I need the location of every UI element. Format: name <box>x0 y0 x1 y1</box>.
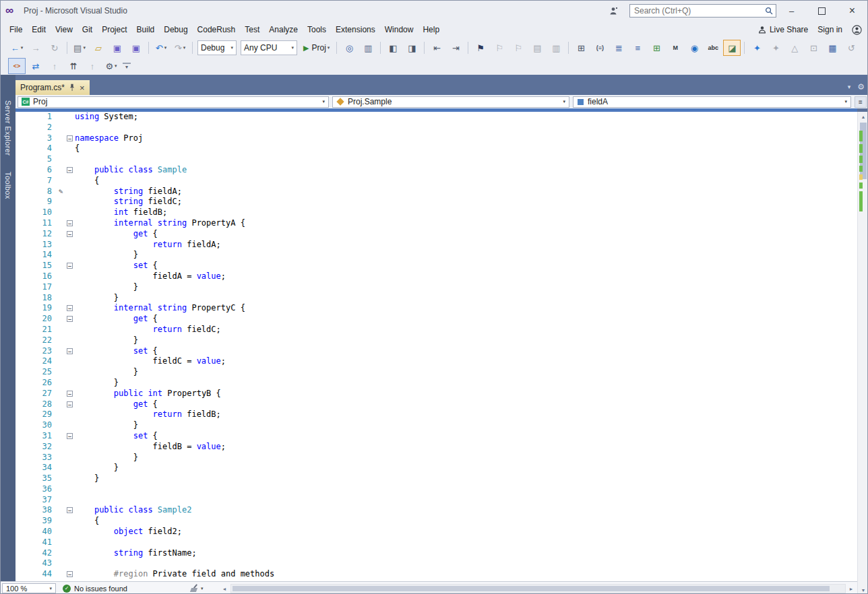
member-dropdown[interactable]: fieldA ▾ <box>573 96 851 108</box>
code-line[interactable]: 17 } <box>16 282 857 293</box>
uncomment-selection-icon[interactable]: ▥ <box>547 40 565 56</box>
tab-close-icon[interactable]: × <box>80 84 85 92</box>
insert-table-icon[interactable]: ⊞ <box>648 40 665 56</box>
navigate-backward-icon[interactable]: ←▾ <box>8 40 26 56</box>
split-pane-left-icon[interactable]: ◧ <box>384 40 402 56</box>
new-project-icon[interactable]: ▤▾ <box>71 40 88 56</box>
pin-icon[interactable] <box>69 84 75 92</box>
horizontal-scrollbar-thumb[interactable] <box>232 586 830 591</box>
code-line[interactable]: 10 int fieldB; <box>16 207 857 218</box>
comment-selection-icon[interactable]: ▤ <box>528 40 546 56</box>
user-avatar[interactable] <box>852 25 862 35</box>
indent-decrease-icon[interactable]: ⇤ <box>428 40 445 56</box>
code-line[interactable]: 2 <box>16 123 857 133</box>
member-grid-icon[interactable]: ⊞ <box>572 40 590 56</box>
code-analysis-icon[interactable]: △ <box>786 40 803 56</box>
code-line[interactable]: 42 string firstName; <box>16 548 857 559</box>
fold-collapse-box[interactable]: − <box>67 346 75 357</box>
code-line[interactable]: 15− set { <box>16 261 857 271</box>
search-icon[interactable] <box>762 7 776 15</box>
code-line[interactable]: 20− get { <box>16 314 857 325</box>
zoom-dropdown[interactable]: 100 % ▾ <box>2 583 56 593</box>
code-line[interactable]: 14 } <box>16 250 857 261</box>
menu-project[interactable]: Project <box>97 22 131 37</box>
markdown-tool-icon[interactable]: M <box>666 40 684 56</box>
code-line[interactable]: 9 string fieldC; <box>16 197 857 207</box>
code-line[interactable]: 24 fieldC = value; <box>16 356 857 367</box>
menu-edit[interactable]: Edit <box>27 22 51 37</box>
document-health-indicator[interactable]: ✓ No issues found <box>63 583 127 593</box>
tab-program-cs[interactable]: Program.cs* × <box>16 80 90 95</box>
numbered-list-icon[interactable]: ≣ <box>610 40 627 56</box>
menu-build[interactable]: Build <box>132 22 160 37</box>
code-cleanup-button[interactable]: ▾ <box>190 583 204 593</box>
code-line[interactable]: 6− public class Sample <box>16 165 857 176</box>
code-line[interactable]: 25 } <box>16 367 857 378</box>
menu-tools[interactable]: Tools <box>303 22 331 37</box>
vertical-scrollbar[interactable]: ▲ ▼ <box>857 112 868 594</box>
code-line[interactable]: 32 fieldB = value; <box>16 442 857 453</box>
menu-analyze[interactable]: Analyze <box>264 22 303 37</box>
code-line[interactable]: 18 } <box>16 293 857 304</box>
fold-collapse-box[interactable]: − <box>67 165 75 176</box>
save-file-icon[interactable]: ▣ <box>108 40 126 56</box>
code-line[interactable]: 34 } <box>16 463 857 473</box>
detach-window-icon[interactable]: ⊡ <box>805 40 822 56</box>
coderush-toolbar-overflow[interactable]: ▾ <box>123 63 131 70</box>
code-line[interactable]: 31− set { <box>16 431 857 442</box>
spell-checker-icon[interactable]: abc <box>704 40 722 56</box>
fold-collapse-box[interactable]: − <box>67 218 75 229</box>
editor-options-gear-icon[interactable]: ⚙ <box>857 82 865 92</box>
fold-collapse-box[interactable]: − <box>67 261 75 271</box>
code-line[interactable]: 3−namespace Proj <box>16 133 857 144</box>
coderush-settings-icon[interactable]: ⚙▾ <box>102 58 120 74</box>
code-line[interactable]: 43 <box>16 558 857 569</box>
document-outline-icon[interactable]: ≡ <box>629 40 646 56</box>
menu-help[interactable]: Help <box>418 22 444 37</box>
code-editor[interactable]: 1using System;23−namespace Proj4{56− pub… <box>16 112 857 581</box>
code-line[interactable]: 7 { <box>16 176 857 187</box>
history-clock-icon[interactable]: ◔ <box>861 40 868 56</box>
code-line[interactable]: 37 <box>16 495 857 506</box>
open-file-icon[interactable]: ▱ <box>90 40 107 56</box>
type-dropdown[interactable]: Proj.Sample ▾ <box>332 96 569 108</box>
coderush-visualize-icon[interactable]: <> <box>8 58 26 74</box>
code-line[interactable]: 26 } <box>16 378 857 389</box>
sidebar-item-server-explorer[interactable]: Server Explorer <box>4 100 12 156</box>
scroll-right-icon[interactable]: ► <box>846 584 856 593</box>
preview-window-icon[interactable]: ▥ <box>359 40 377 56</box>
redo-icon[interactable]: ↷▾ <box>171 40 189 56</box>
code-line[interactable]: 29 return fieldB; <box>16 409 857 420</box>
menu-window[interactable]: Window <box>380 22 418 37</box>
code-line[interactable]: 35 } <box>16 473 857 484</box>
coderush-promote-icon[interactable]: ↑ <box>84 58 101 74</box>
refresh-button-icon[interactable]: ↻ <box>46 40 63 56</box>
code-line[interactable]: 28− get { <box>16 399 857 410</box>
fold-collapse-box[interactable]: − <box>67 229 75 240</box>
code-line[interactable]: 33 } <box>16 453 857 463</box>
fold-collapse-box[interactable]: − <box>67 569 75 580</box>
search-input[interactable] <box>630 6 762 15</box>
save-all-icon[interactable]: ▣ <box>127 40 145 56</box>
code-line[interactable]: 40 object field2; <box>16 527 857 537</box>
code-line[interactable]: 22 } <box>16 335 857 346</box>
horizontal-scrollbar[interactable] <box>230 584 846 593</box>
code-line[interactable]: 27− public int PropertyB { <box>16 389 857 399</box>
sidebar-item-toolbox[interactable]: Toolbox <box>4 172 12 199</box>
undo-icon[interactable]: ↶▾ <box>152 40 170 56</box>
solution-platforms[interactable]: Any CPU▾ <box>241 40 297 55</box>
sync-document-icon[interactable]: ↺ <box>842 40 860 56</box>
sign-in-button[interactable]: Sign in <box>817 25 842 34</box>
menu-extensions[interactable]: Extensions <box>331 22 380 37</box>
quick-search-box[interactable] <box>629 4 776 18</box>
code-line[interactable]: 5 <box>16 154 857 165</box>
scroll-down-icon[interactable]: ▼ <box>858 585 868 594</box>
next-bookmark-icon[interactable]: ⚐ <box>509 40 527 56</box>
code-line[interactable]: 38− public class Sample2 <box>16 505 857 516</box>
coderush-jump-to-icon[interactable]: ⇈ <box>65 58 82 74</box>
code-line[interactable]: 44− #region Private field and methods <box>16 569 857 580</box>
minimize-button[interactable]: – <box>776 1 807 21</box>
navigate-forward-icon[interactable]: → <box>27 40 44 56</box>
start-debugging-button[interactable]: ▶Proj▾ <box>303 43 330 53</box>
code-line[interactable]: 11− internal string PropertyA { <box>16 218 857 229</box>
